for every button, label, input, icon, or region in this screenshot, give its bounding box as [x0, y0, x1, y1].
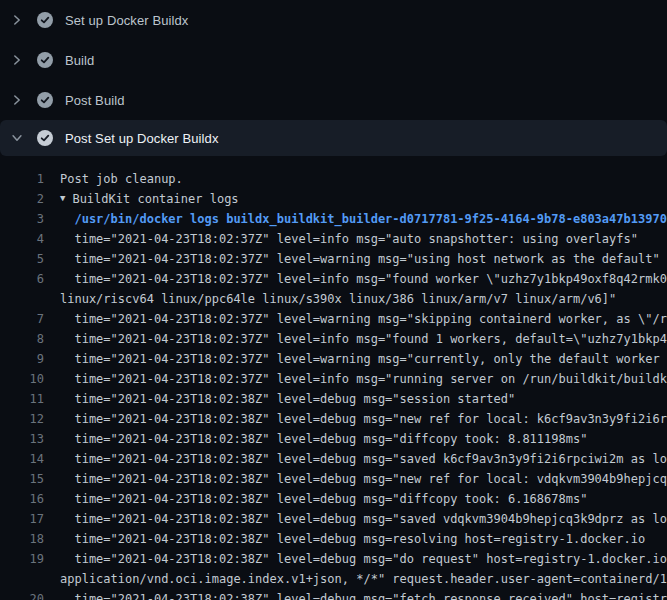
log-line: 4 time="2021-04-23T18:02:37Z" level=info…: [0, 229, 667, 249]
log-line: 15 time="2021-04-23T18:02:38Z" level=deb…: [0, 469, 667, 489]
log-text: time="2021-04-23T18:02:38Z" level=debug …: [44, 432, 587, 446]
step-label: Post Set up Docker Buildx: [65, 131, 219, 146]
step-label: Post Build: [65, 93, 125, 108]
line-number[interactable]: 17: [0, 512, 44, 526]
collapse-triangle-icon: ▼: [60, 193, 65, 203]
log-text: time="2021-04-23T18:02:37Z" level=info m…: [44, 372, 667, 386]
chevron-right-icon: [10, 53, 24, 67]
check-circle-icon: [37, 52, 53, 68]
line-number[interactable]: 11: [0, 392, 44, 406]
log-line: 18 time="2021-04-23T18:02:38Z" level=deb…: [0, 529, 667, 549]
log-text: time="2021-04-23T18:02:38Z" level=debug …: [44, 592, 667, 600]
log-text: time="2021-04-23T18:02:37Z" level=info m…: [44, 272, 667, 286]
log-line: 7 time="2021-04-23T18:02:37Z" level=warn…: [0, 309, 667, 329]
line-number[interactable]: 14: [0, 452, 44, 466]
step-post-set-up-docker-buildx[interactable]: Post Set up Docker Buildx: [0, 120, 667, 156]
log-text: time="2021-04-23T18:02:38Z" level=debug …: [44, 512, 667, 526]
log-line: 6 time="2021-04-23T18:02:37Z" level=info…: [0, 269, 667, 289]
log-line: 19 time="2021-04-23T18:02:38Z" level=deb…: [0, 549, 667, 569]
line-number[interactable]: 8: [0, 332, 44, 346]
step-label: Set up Docker Buildx: [65, 13, 188, 28]
check-circle-icon: [37, 92, 53, 108]
log-line: 8 time="2021-04-23T18:02:37Z" level=info…: [0, 329, 667, 349]
line-number[interactable]: 16: [0, 492, 44, 506]
log-text: time="2021-04-23T18:02:38Z" level=debug …: [44, 492, 587, 506]
line-number[interactable]: 1: [0, 172, 44, 186]
log-group-header[interactable]: 2 ▼BuildKit container logs: [0, 189, 667, 209]
step-list: Set up Docker Buildx Build Post Build: [0, 0, 667, 156]
log-group-toggle[interactable]: ▼BuildKit container logs: [44, 192, 239, 206]
log-line: 3 /usr/bin/docker logs buildx_buildkit_b…: [0, 209, 667, 229]
log-text: time="2021-04-23T18:02:38Z" level=debug …: [44, 412, 667, 426]
step-label: Build: [65, 53, 94, 68]
log-text: application/vnd.oci.image.index.v1+json,…: [44, 572, 667, 586]
log-line: 9 time="2021-04-23T18:02:37Z" level=warn…: [0, 349, 667, 369]
log-line: 12 time="2021-04-23T18:02:38Z" level=deb…: [0, 409, 667, 429]
log-line: 14 time="2021-04-23T18:02:38Z" level=deb…: [0, 449, 667, 469]
line-number[interactable]: 15: [0, 472, 44, 486]
chevron-down-icon: [10, 131, 24, 145]
log-text: time="2021-04-23T18:02:38Z" level=debug …: [44, 472, 667, 486]
line-number[interactable]: 7: [0, 312, 44, 326]
line-number[interactable]: 9: [0, 352, 44, 366]
line-number[interactable]: 10: [0, 372, 44, 386]
log-text: time="2021-04-23T18:02:38Z" level=debug …: [44, 532, 645, 546]
chevron-right-icon: [10, 13, 24, 27]
log-line-continuation: linux/riscv64 linux/ppc64le linux/s390x …: [0, 289, 667, 309]
log-line-continuation: application/vnd.oci.image.index.v1+json,…: [0, 569, 667, 589]
step-set-up-docker-buildx[interactable]: Set up Docker Buildx: [0, 0, 667, 40]
workflow-log-viewer: Set up Docker Buildx Build Post Build: [0, 0, 667, 600]
line-number[interactable]: 4: [0, 232, 44, 246]
line-number[interactable]: 3: [0, 212, 44, 226]
log-text: time="2021-04-23T18:02:38Z" level=debug …: [44, 392, 515, 406]
log-line: 1 Post job cleanup.: [0, 169, 667, 189]
log-line: 5 time="2021-04-23T18:02:37Z" level=warn…: [0, 249, 667, 269]
log-line: 16 time="2021-04-23T18:02:38Z" level=deb…: [0, 489, 667, 509]
check-circle-icon: [37, 12, 53, 28]
log-line: 17 time="2021-04-23T18:02:38Z" level=deb…: [0, 509, 667, 529]
line-number[interactable]: 2: [0, 192, 44, 206]
line-number[interactable]: 5: [0, 252, 44, 266]
log-text: time="2021-04-23T18:02:37Z" level=info m…: [44, 332, 667, 346]
log-line: 13 time="2021-04-23T18:02:38Z" level=deb…: [0, 429, 667, 449]
step-post-build[interactable]: Post Build: [0, 80, 667, 120]
line-number[interactable]: 19: [0, 552, 44, 566]
log-group-title: BuildKit container logs: [72, 192, 238, 206]
chevron-right-icon: [10, 93, 24, 107]
log-text: linux/riscv64 linux/ppc64le linux/s390x …: [44, 292, 616, 306]
log-text: time="2021-04-23T18:02:37Z" level=warnin…: [44, 252, 660, 266]
log-panel: 1 Post job cleanup. 2 ▼BuildKit containe…: [0, 156, 667, 600]
check-circle-icon: [37, 130, 53, 146]
log-text: time="2021-04-23T18:02:38Z" level=debug …: [44, 452, 667, 466]
log-text: time="2021-04-23T18:02:37Z" level=warnin…: [44, 352, 667, 366]
line-number[interactable]: 18: [0, 532, 44, 546]
log-command-text: /usr/bin/docker logs buildx_buildkit_bui…: [44, 212, 667, 226]
log-line: 20 time="2021-04-23T18:02:38Z" level=deb…: [0, 589, 667, 600]
log-text: time="2021-04-23T18:02:37Z" level=info m…: [44, 232, 638, 246]
log-text: time="2021-04-23T18:02:38Z" level=debug …: [44, 552, 667, 566]
step-build[interactable]: Build: [0, 40, 667, 80]
line-number[interactable]: 6: [0, 272, 44, 286]
line-number[interactable]: 12: [0, 412, 44, 426]
log-text: Post job cleanup.: [44, 172, 183, 186]
log-line: 10 time="2021-04-23T18:02:37Z" level=inf…: [0, 369, 667, 389]
log-text: time="2021-04-23T18:02:37Z" level=warnin…: [44, 312, 667, 326]
line-number[interactable]: 20: [0, 592, 44, 600]
log-line: 11 time="2021-04-23T18:02:38Z" level=deb…: [0, 389, 667, 409]
line-number[interactable]: 13: [0, 432, 44, 446]
